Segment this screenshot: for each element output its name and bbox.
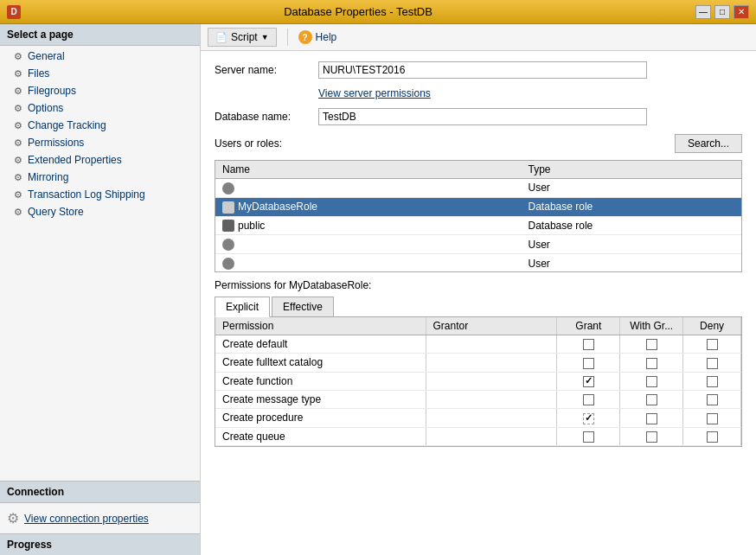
deny-checkbox[interactable] bbox=[707, 394, 718, 405]
with-grant-checkbox[interactable] bbox=[646, 376, 657, 387]
script-button[interactable]: 📄 Script ▼ bbox=[208, 28, 277, 47]
sidebar-items: ⚙ General ⚙ Files ⚙ Filegroups ⚙ Options… bbox=[0, 46, 200, 481]
grant-checkbox[interactable] bbox=[583, 358, 594, 369]
minimize-button[interactable]: — bbox=[695, 5, 711, 19]
query-store-icon: ⚙ bbox=[14, 207, 22, 218]
sidebar-item-permissions[interactable]: ⚙ Permissions bbox=[0, 134, 200, 151]
perm-header-permission: Permission bbox=[215, 317, 426, 335]
users-table-container: Name Type UserMyDatabaseRoleDatabase rol… bbox=[215, 160, 742, 272]
table-row[interactable]: User bbox=[215, 254, 741, 272]
sidebar-item-change-tracking[interactable]: ⚙ Change Tracking bbox=[0, 117, 200, 134]
grant-cell bbox=[557, 372, 620, 390]
deny-cell bbox=[683, 372, 741, 390]
sidebar-item-mirroring[interactable]: ⚙ Mirroring bbox=[0, 169, 200, 186]
table-row: Create procedure bbox=[215, 409, 741, 427]
sidebar-item-label: Options bbox=[28, 102, 63, 114]
table-row[interactable]: MyDatabaseRoleDatabase role bbox=[215, 197, 741, 216]
grant-checkbox[interactable] bbox=[583, 413, 594, 424]
sidebar-item-label: Filegroups bbox=[28, 85, 76, 97]
database-name-input[interactable] bbox=[318, 108, 647, 125]
with-grant-checkbox[interactable] bbox=[646, 339, 657, 350]
sidebar-item-label: Change Tracking bbox=[28, 119, 106, 131]
user-icon bbox=[222, 182, 234, 195]
close-button[interactable]: ✕ bbox=[734, 5, 749, 19]
view-connection-properties-link[interactable]: View connection properties bbox=[24, 513, 149, 525]
tab-explicit[interactable]: Explicit bbox=[215, 297, 270, 317]
with-grant-checkbox[interactable] bbox=[646, 358, 657, 369]
sidebar-item-transaction-log-shipping[interactable]: ⚙ Transaction Log Shipping bbox=[0, 186, 200, 203]
sidebar-item-label: Query Store bbox=[28, 206, 84, 218]
sidebar-item-query-store[interactable]: ⚙ Query Store bbox=[0, 203, 200, 220]
users-table: Name Type UserMyDatabaseRoleDatabase rol… bbox=[215, 161, 741, 272]
perm-header-grantor: Grantor bbox=[426, 317, 557, 335]
transaction-log-icon: ⚙ bbox=[14, 189, 22, 201]
users-table-header-name: Name bbox=[215, 161, 522, 179]
database-name-label: Database name: bbox=[215, 111, 318, 123]
table-row[interactable]: User bbox=[215, 235, 741, 254]
deny-checkbox[interactable] bbox=[707, 431, 718, 443]
filegroups-icon: ⚙ bbox=[14, 86, 22, 97]
maximize-button[interactable]: □ bbox=[714, 5, 730, 19]
with-grant-checkbox[interactable] bbox=[646, 413, 657, 424]
deny-cell bbox=[683, 390, 741, 408]
permission-name: Create default bbox=[215, 335, 426, 354]
sidebar-item-files[interactable]: ⚙ Files bbox=[0, 65, 200, 82]
sidebar-item-filegroups[interactable]: ⚙ Filegroups bbox=[0, 82, 200, 99]
content-area: 📄 Script ▼ ? Help Server name: View serv… bbox=[201, 24, 756, 555]
database-name-row: Database name: bbox=[215, 108, 742, 125]
select-page-header: Select a page bbox=[0, 24, 200, 46]
table-row[interactable]: User bbox=[215, 179, 741, 198]
users-table-header-type: Type bbox=[522, 161, 741, 179]
connection-icon: ⚙ bbox=[7, 510, 19, 526]
title-bar: D Database Properties - TestDB — □ ✕ bbox=[0, 0, 756, 24]
permissions-label: Permissions for MyDatabaseRole: bbox=[215, 279, 371, 291]
user-type: Database role bbox=[522, 216, 741, 235]
search-button[interactable]: Search... bbox=[675, 134, 742, 153]
table-row: Create queue bbox=[215, 427, 741, 445]
window-controls: — □ ✕ bbox=[695, 5, 749, 19]
user-type: Database role bbox=[522, 197, 741, 216]
user-type: User bbox=[522, 179, 741, 198]
window-title: Database Properties - TestDB bbox=[21, 5, 695, 18]
role-icon bbox=[222, 220, 234, 232]
sidebar-item-general[interactable]: ⚙ General bbox=[0, 48, 200, 65]
sidebar-bottom: ⚙ View connection properties bbox=[0, 503, 200, 533]
server-name-label: Server name: bbox=[215, 64, 318, 76]
sidebar-item-label: Permissions bbox=[28, 137, 84, 149]
user-type: User bbox=[522, 254, 741, 272]
deny-checkbox[interactable] bbox=[707, 358, 718, 369]
toolbar-separator bbox=[287, 29, 288, 46]
server-name-row: Server name: bbox=[215, 61, 742, 79]
tab-effective[interactable]: Effective bbox=[272, 297, 334, 316]
help-button[interactable]: ? Help bbox=[298, 30, 337, 44]
grant-checkbox[interactable] bbox=[583, 394, 594, 405]
permission-name: Create message type bbox=[215, 390, 426, 408]
help-label: Help bbox=[316, 31, 337, 43]
script-label: Script bbox=[231, 31, 258, 43]
table-row: Create function bbox=[215, 372, 741, 390]
grant-cell bbox=[557, 427, 620, 445]
sidebar-item-extended-properties[interactable]: ⚙ Extended Properties bbox=[0, 151, 200, 169]
app-icon: D bbox=[7, 5, 21, 19]
permission-name: Create function bbox=[215, 372, 426, 390]
grant-checkbox[interactable] bbox=[583, 431, 594, 443]
sidebar-item-label: Mirroring bbox=[28, 171, 68, 183]
with-grant-cell bbox=[620, 390, 683, 408]
with-grant-checkbox[interactable] bbox=[646, 394, 657, 405]
deny-checkbox[interactable] bbox=[707, 339, 718, 350]
perm-header-with-grant: With Gr... bbox=[620, 317, 683, 335]
grant-checkbox[interactable] bbox=[583, 376, 594, 387]
server-name-input[interactable] bbox=[318, 61, 647, 79]
table-row[interactable]: publicDatabase role bbox=[215, 216, 741, 235]
deny-checkbox[interactable] bbox=[707, 413, 718, 424]
sidebar-item-options[interactable]: ⚙ Options bbox=[0, 99, 200, 117]
deny-checkbox[interactable] bbox=[707, 376, 718, 387]
script-dropdown-icon: ▼ bbox=[261, 33, 269, 41]
grant-checkbox[interactable] bbox=[583, 339, 594, 350]
with-grant-checkbox[interactable] bbox=[646, 431, 657, 443]
perm-header-grant: Grant bbox=[557, 317, 620, 335]
permissions-tabs: Explicit Effective bbox=[215, 297, 742, 317]
grantor bbox=[426, 335, 557, 354]
view-server-permissions-link[interactable]: View server permissions bbox=[318, 87, 742, 99]
deny-cell bbox=[683, 427, 741, 445]
